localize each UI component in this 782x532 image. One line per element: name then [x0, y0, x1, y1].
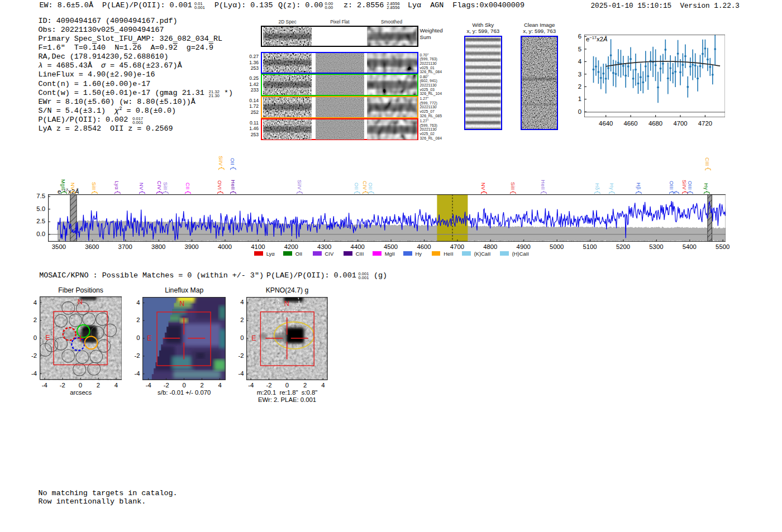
svg-text:E: E — [147, 334, 151, 342]
svg-text:N: N — [77, 298, 82, 306]
svg-text:N: N — [179, 300, 184, 308]
svg-text:N: N — [284, 300, 289, 308]
svg-text:E: E — [251, 334, 256, 342]
svg-text:E: E — [45, 334, 50, 342]
